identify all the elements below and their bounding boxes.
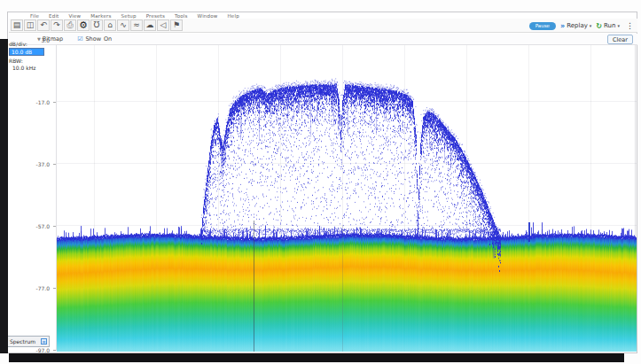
checkbox-checked-icon[interactable]: ☑ xyxy=(77,35,82,43)
run-label: Run xyxy=(604,22,615,29)
replay-button[interactable]: » Replay ▾ xyxy=(560,22,591,30)
y-axis-tick xyxy=(53,40,56,41)
redo-icon[interactable]: ↷ xyxy=(51,19,63,31)
toolbar-icons: ▤◫↶↷⎙⚙℧⌂∿≈☁◁⚑ xyxy=(10,19,183,31)
settings-gear-icon[interactable]: ⚙ xyxy=(77,19,90,31)
show-state: On xyxy=(104,35,112,43)
dpx-display-icon[interactable]: ⌂ xyxy=(104,19,116,31)
amplitude-icon[interactable]: ☁ xyxy=(144,19,156,31)
spectrum-trace-icon[interactable]: ∿ xyxy=(117,19,129,31)
time-overview-icon[interactable]: ≈ xyxy=(130,19,143,31)
clear-button[interactable]: Clear xyxy=(607,35,633,44)
db-div-input[interactable]: 10.0 dB xyxy=(9,48,44,56)
y-axis-label: -17.0 xyxy=(18,99,50,105)
menu-item-presets[interactable]: Presets xyxy=(146,13,165,19)
screen-bottom-bezel xyxy=(9,353,624,362)
y-axis-tick xyxy=(53,226,56,227)
marker-flag-icon[interactable]: ⚑ xyxy=(170,19,183,31)
y-axis-tick xyxy=(53,350,56,351)
menu-item-window[interactable]: Window xyxy=(198,13,218,19)
chevron-down-icon[interactable]: ▾ xyxy=(617,23,620,28)
trigger-icon[interactable]: ℧ xyxy=(90,19,103,31)
y-axis-label: -77.0 xyxy=(18,285,50,291)
pause-button[interactable]: Pause xyxy=(529,22,556,30)
menu-bar: FileEditViewMarkersSetupPresetsToolsWind… xyxy=(9,12,621,19)
replay-label: Replay xyxy=(567,22,588,29)
toolbar: ▤◫↶↷⎙⚙℧⌂∿≈☁◁⚑ Pause » Replay ▾ ↻ Run ▾ ⋮ xyxy=(9,19,637,33)
y-axis-tick xyxy=(53,102,56,103)
screenshot-stage: FileEditViewMarkersSetupPresetsToolsWind… xyxy=(0,0,641,364)
y-axis-tick xyxy=(53,288,56,289)
more-menu-icon[interactable]: ⋮ xyxy=(626,21,634,30)
run-button[interactable]: ↻ Run ▾ xyxy=(596,22,620,30)
rbw-value: 10.0 kHz xyxy=(12,65,55,71)
tab-menu-icon[interactable]: ≡ xyxy=(41,338,47,345)
menu-item-edit[interactable]: Edit xyxy=(49,13,59,19)
replay-icon: » xyxy=(560,22,565,30)
toolbar-right-controls: Pause » Replay ▾ ↻ Run ▾ ⋮ xyxy=(529,19,634,32)
tab-spectrum-label: Spectrum xyxy=(10,338,35,345)
menu-item-markers[interactable]: Markers xyxy=(90,13,111,19)
dpx-bitmap-canvas[interactable] xyxy=(57,45,637,352)
y-axis-label: -37.0 xyxy=(18,161,50,167)
rbw-label: RBW: xyxy=(9,58,55,64)
undo-icon[interactable]: ↶ xyxy=(37,19,50,31)
menu-item-setup[interactable]: Setup xyxy=(121,13,137,19)
parameter-panel: dB/div: 10.0 dB RBW: 10.0 kHz xyxy=(9,39,55,71)
menu-item-tools[interactable]: Tools xyxy=(175,13,188,19)
y-axis-label: -97.0 xyxy=(18,347,50,353)
menu-item-view[interactable]: View xyxy=(68,13,81,19)
audio-demod-icon[interactable]: ◁ xyxy=(157,19,169,31)
y-axis-label: -57.0 xyxy=(18,223,50,229)
show-toggle[interactable]: ☑ Show On xyxy=(77,35,112,43)
spectrum-display[interactable] xyxy=(56,44,636,351)
run-icon: ↻ xyxy=(596,22,602,30)
show-label: Show xyxy=(85,35,101,43)
open-folder-icon[interactable]: ▤ xyxy=(11,19,23,31)
screen-left-bezel xyxy=(0,39,8,353)
menu-item-file[interactable]: File xyxy=(30,13,39,19)
y-axis-label: 3.0 xyxy=(18,37,50,43)
y-axis-tick xyxy=(53,164,56,165)
tab-spectrum[interactable]: Spectrum ≡ xyxy=(7,336,50,347)
chevron-down-icon[interactable]: ▾ xyxy=(590,23,592,28)
menu-item-help[interactable]: Help xyxy=(228,13,239,19)
print-icon[interactable]: ⎙ xyxy=(64,19,76,31)
display-save-icon[interactable]: ◫ xyxy=(24,19,36,31)
